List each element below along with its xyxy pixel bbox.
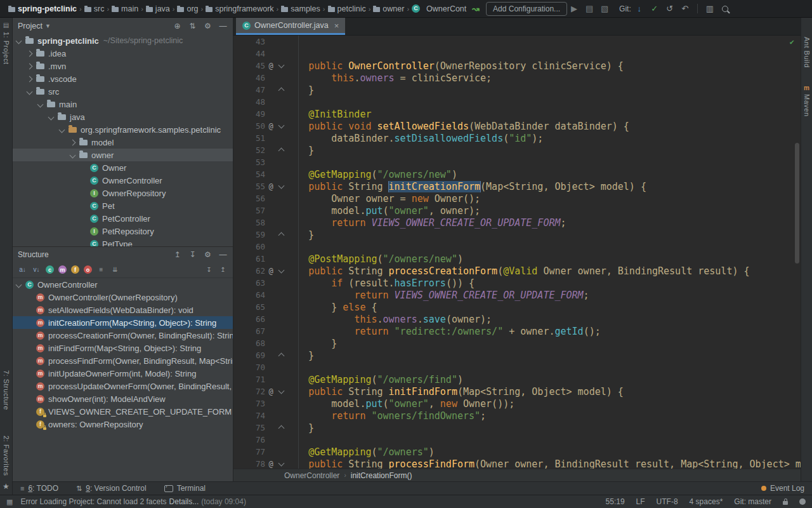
- line-number[interactable]: 74: [233, 411, 265, 420]
- line-number[interactable]: 47: [233, 85, 265, 95]
- favorites-star-icon[interactable]: ★: [3, 482, 10, 491]
- code-line[interactable]: 76: [233, 434, 801, 446]
- code-line[interactable]: 49 @InitBinder: [233, 108, 801, 120]
- line-number[interactable]: 67: [233, 326, 265, 336]
- chevron-down-icon[interactable]: [48, 114, 55, 120]
- line-number[interactable]: 51: [233, 133, 265, 143]
- code-line[interactable]: 71 @GetMapping("/owners/find"): [233, 373, 801, 385]
- coverage-icon[interactable]: ▤: [582, 3, 596, 15]
- settings-gear-icon[interactable]: ⚙: [203, 22, 213, 30]
- code-line[interactable]: 52 }: [233, 144, 801, 156]
- line-number[interactable]: 72: [233, 387, 265, 396]
- collapse-all-icon[interactable]: ⇅: [188, 22, 197, 30]
- code-line[interactable]: 59 }: [233, 229, 801, 241]
- breadcrumb-item[interactable]: springframework: [204, 4, 275, 14]
- line-number[interactable]: 55: [233, 182, 265, 191]
- inspector-profile-icon[interactable]: [799, 498, 806, 505]
- code-line[interactable]: 43: [233, 36, 801, 48]
- status-details-link[interactable]: Details...: [169, 497, 199, 506]
- sort-visibility-icon[interactable]: v↓: [32, 265, 41, 274]
- inspections-ok-icon[interactable]: ✔: [790, 37, 794, 46]
- line-number[interactable]: 60: [233, 242, 265, 251]
- project-tree-row[interactable]: CPet: [13, 199, 233, 212]
- tool-button---todo[interactable]: ≡6: TODO: [20, 484, 58, 493]
- breadcrumb-item[interactable]: org: [175, 4, 200, 14]
- project-tree-row[interactable]: COwnerController: [13, 174, 233, 187]
- history-icon[interactable]: ↺: [663, 3, 677, 15]
- line-number[interactable]: 75: [233, 423, 265, 432]
- line-number[interactable]: 43: [233, 37, 265, 46]
- line-number[interactable]: 69: [233, 351, 265, 360]
- line-number[interactable]: 73: [233, 399, 265, 408]
- code-line[interactable]: 65 } else {: [233, 301, 801, 313]
- code-line[interactable]: 60: [233, 241, 801, 253]
- run-icon[interactable]: ▶: [567, 3, 581, 15]
- project-tree-row[interactable]: model: [13, 136, 233, 149]
- autoscroll-to-source-icon[interactable]: ↧: [204, 265, 214, 274]
- project-tree-row[interactable]: .idea: [13, 47, 233, 60]
- tool-button-ant-build[interactable]: Ant Build: [803, 37, 811, 68]
- code-editor[interactable]: 434445@ public OwnerController(OwnerRepo…: [233, 36, 801, 469]
- code-line[interactable]: 63 if (result.hasErrors()) {: [233, 277, 801, 289]
- structure-tree-row[interactable]: mshowOwner(int): ModelAndView: [13, 392, 233, 405]
- project-tree-row[interactable]: src: [13, 85, 233, 98]
- code-line[interactable]: 54 @GetMapping("/owners/new"): [233, 168, 801, 180]
- line-number[interactable]: 46: [233, 73, 265, 83]
- line-number[interactable]: 49: [233, 109, 265, 119]
- code-line[interactable]: 61 @PostMapping("/owners/new"): [233, 253, 801, 265]
- code-line[interactable]: 74 return "owners/findOwners";: [233, 410, 801, 422]
- line-number[interactable]: 58: [233, 218, 265, 227]
- code-line[interactable]: 47 }: [233, 84, 801, 96]
- code-line[interactable]: 68 }: [233, 337, 801, 349]
- structure-tree-row[interactable]: minitUpdateOwnerForm(int, Model): String: [13, 367, 233, 380]
- breadcrumb-item[interactable]: owner: [371, 4, 406, 14]
- line-number[interactable]: 68: [233, 338, 265, 348]
- editor-scrollbar[interactable]: [795, 143, 799, 264]
- fold-icon[interactable]: [277, 425, 285, 431]
- fold-icon[interactable]: [277, 232, 285, 237]
- tool-button-terminal[interactable]: Terminal: [164, 484, 206, 493]
- code-line[interactable]: 67 return "redirect:/owners/" + owner.ge…: [233, 325, 801, 337]
- fold-icon[interactable]: [277, 124, 285, 128]
- chevron-down-icon[interactable]: ▼: [45, 23, 51, 29]
- profiler-icon[interactable]: ▧: [598, 3, 612, 15]
- project-tree-row[interactable]: IOwnerRepository: [13, 187, 233, 199]
- line-number[interactable]: 59: [233, 230, 265, 239]
- line-number[interactable]: 63: [233, 278, 265, 288]
- code-line[interactable]: 72@ public String initFindForm(Map<Strin…: [233, 385, 801, 398]
- code-line[interactable]: 45@ public OwnerController(OwnerReposito…: [233, 60, 801, 72]
- chevron-right-icon[interactable]: [27, 63, 33, 69]
- commit-icon[interactable]: ✓: [648, 3, 662, 15]
- code-line[interactable]: 51 dataBinder.setDisallowedFields("id");: [233, 132, 801, 144]
- code-line[interactable]: 73 model.put("owner", new Owner());: [233, 398, 801, 410]
- project-tree-row[interactable]: IPetRepository: [13, 225, 233, 237]
- status-item[interactable]: 4 spaces*: [690, 497, 723, 506]
- structure-tree-row[interactable]: COwnerController: [13, 278, 233, 291]
- sort-alpha-icon[interactable]: a↓: [18, 265, 27, 274]
- expand-all-icon[interactable]: ↥: [173, 250, 182, 259]
- breadcrumb-item[interactable]: src: [82, 4, 107, 14]
- status-item[interactable]: Git: master: [734, 497, 771, 506]
- code-line[interactable]: 56 Owner owner = new Owner();: [233, 192, 801, 204]
- line-number[interactable]: 65: [233, 302, 265, 312]
- chevron-down-icon[interactable]: [37, 101, 44, 107]
- line-number[interactable]: 53: [233, 157, 265, 167]
- breadcrumb-item[interactable]: main: [110, 4, 140, 14]
- tool-button-favorites[interactable]: 2: Favorites: [3, 436, 10, 476]
- tool-button-event-log[interactable]: Event Log: [761, 484, 804, 493]
- line-number[interactable]: 48: [233, 97, 265, 107]
- update-project-icon[interactable]: ↓: [632, 3, 646, 15]
- project-tree-row[interactable]: org.springframework.samples.petclinic: [13, 123, 233, 136]
- editor-breadcrumb-item[interactable]: OwnerController: [284, 471, 339, 480]
- code-line[interactable]: 69 }: [233, 349, 801, 361]
- status-item[interactable]: UTF-8: [657, 497, 678, 506]
- line-number[interactable]: 78: [233, 459, 265, 469]
- tool-button-project[interactable]: 1: Project: [3, 32, 10, 64]
- fold-icon[interactable]: [277, 185, 285, 188]
- structure-tree-row[interactable]: mOwnerController(OwnerRepository): [13, 291, 233, 304]
- project-tree-row[interactable]: COwner: [13, 161, 233, 174]
- show-inherited-icon[interactable]: ⇊: [110, 265, 120, 274]
- code-line[interactable]: 53: [233, 156, 801, 168]
- code-line[interactable]: 70: [233, 361, 801, 373]
- fold-icon[interactable]: [277, 462, 285, 465]
